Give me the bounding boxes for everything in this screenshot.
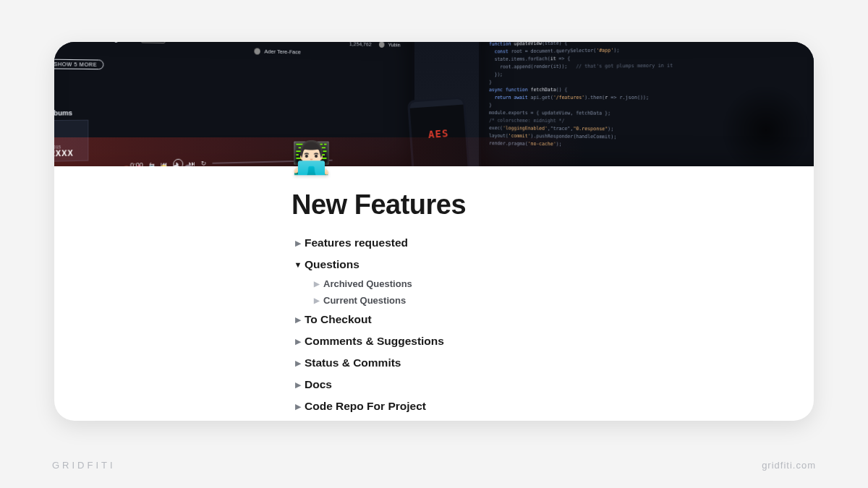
toggle-current-questions[interactable]: ▶ Current Questions bbox=[310, 292, 814, 309]
notion-card: 4 ♡ Vitoria EXPLICIT 2,401,000 Missa Kor… bbox=[54, 42, 814, 421]
toggle-docs[interactable]: ▶ Docs bbox=[292, 374, 814, 395]
toggle-questions-children: ▶ Archived Questions ▶ Current Questions bbox=[292, 275, 814, 309]
track-title: Mumiè Giz Tongbowa bbox=[69, 42, 134, 43]
avatar bbox=[254, 48, 260, 54]
toggle-comments-suggestions[interactable]: ▶ Comments & Suggestions bbox=[292, 330, 814, 352]
toggle-label: Questions bbox=[305, 258, 359, 271]
phone-status-bar bbox=[409, 99, 463, 108]
page-emoji[interactable]: 👨🏻‍💻 bbox=[292, 142, 331, 174]
cover-phone: AES bbox=[407, 96, 471, 166]
show-more-button: SHOW 5 MORE bbox=[54, 59, 103, 70]
toggle-features-requested[interactable]: ▶ Features requested bbox=[292, 232, 814, 254]
triangle-right-icon[interactable]: ▶ bbox=[310, 280, 323, 288]
page-content: 👨🏻‍💻 New Features ▶ Features requested ▼… bbox=[54, 166, 814, 417]
player-bar: 0:00 ⇆ ⏮ ⏵ ⏭ ↻ bbox=[54, 151, 412, 166]
cover-figure bbox=[723, 87, 809, 166]
triangle-right-icon[interactable]: ▶ bbox=[310, 296, 323, 304]
triangle-right-icon[interactable]: ▶ bbox=[292, 359, 305, 368]
explicit-badge: EXPLICIT bbox=[141, 42, 165, 43]
toggle-questions[interactable]: ▼ Questions bbox=[292, 254, 814, 275]
triangle-down-icon[interactable]: ▼ bbox=[292, 260, 305, 269]
toggle-label: Comments & Suggestions bbox=[305, 335, 444, 348]
album-name: 2XXX bbox=[54, 149, 85, 158]
brand-url: gridfiti.com bbox=[762, 460, 816, 471]
toggle-archived-questions[interactable]: ▶ Archived Questions bbox=[310, 275, 814, 292]
music-ui: 4 ♡ Vitoria EXPLICIT 2,401,000 Missa Kor… bbox=[54, 42, 400, 72]
avatar bbox=[379, 42, 385, 48]
toggle-label: Docs bbox=[305, 378, 332, 391]
page-cover: 4 ♡ Vitoria EXPLICIT 2,401,000 Missa Kor… bbox=[54, 42, 814, 166]
phone-logo: AES bbox=[424, 127, 454, 141]
toggle-label: Status & Commits bbox=[305, 356, 401, 369]
toggle-label: Current Questions bbox=[323, 295, 406, 306]
player-start-time: 0:00 bbox=[130, 161, 143, 166]
cover-monitor-left: 4 ♡ Vitoria EXPLICIT 2,401,000 Missa Kor… bbox=[54, 42, 414, 166]
triangle-right-icon[interactable]: ▶ bbox=[292, 239, 305, 248]
play-icon: ⏵ bbox=[173, 159, 183, 166]
toggle-code-repo[interactable]: ▶ Code Repo For Project bbox=[292, 395, 814, 417]
page-title[interactable]: New Features bbox=[292, 189, 814, 221]
toggle-label: To Checkout bbox=[305, 313, 372, 326]
triangle-right-icon[interactable]: ▶ bbox=[292, 402, 305, 411]
triangle-right-icon[interactable]: ▶ bbox=[292, 380, 305, 390]
albums-section: Albums 2015 2XXX bbox=[54, 109, 88, 162]
album-tile: 2015 2XXX bbox=[54, 120, 88, 162]
triangle-right-icon[interactable]: ▶ bbox=[292, 315, 305, 325]
toggle-list: ▶ Features requested ▼ Questions ▶ Archi… bbox=[292, 232, 814, 417]
toggle-status-commits[interactable]: ▶ Status & Commits bbox=[292, 352, 814, 374]
extra-artist: Ader Tere-Face bbox=[264, 48, 300, 56]
triangle-right-icon[interactable]: ▶ bbox=[292, 337, 305, 346]
brand-wordmark: GRIDFITI bbox=[52, 460, 116, 471]
album-year: 2015 bbox=[54, 144, 85, 149]
next-icon: ⏭ bbox=[189, 160, 195, 166]
toggle-label: Features requested bbox=[305, 236, 408, 249]
toggle-label: Code Repo For Project bbox=[305, 400, 426, 413]
track-plays: 1,254,762 bbox=[349, 42, 372, 48]
albums-label: Albums bbox=[54, 109, 88, 117]
track-artist: Yubin bbox=[388, 42, 401, 48]
toggle-label: Archived Questions bbox=[323, 278, 412, 289]
toggle-to-checkout[interactable]: ▶ To Checkout bbox=[292, 309, 814, 330]
repeat-icon: ↻ bbox=[201, 160, 207, 166]
shuffle-icon: ⇆ bbox=[149, 161, 155, 166]
prev-icon: ⏮ bbox=[161, 160, 167, 166]
